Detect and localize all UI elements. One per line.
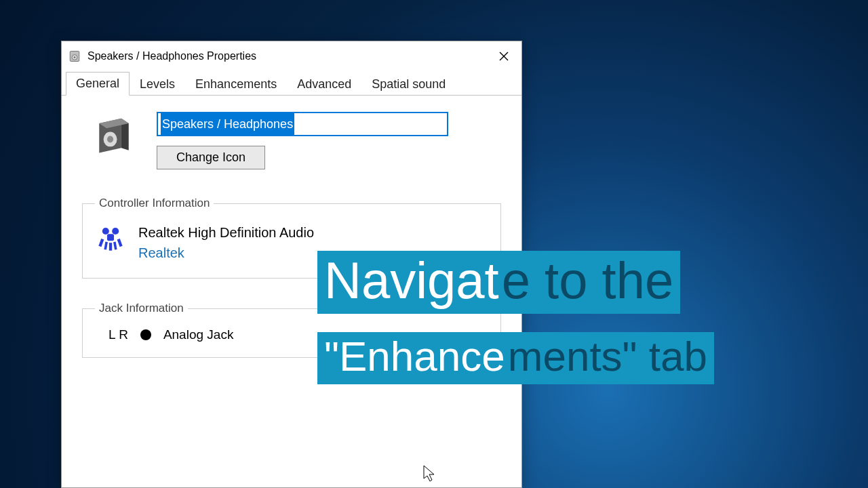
svg-rect-17 [109,243,112,251]
svg-rect-13 [98,239,104,247]
titlebar: Speakers / Headphones Properties [62,41,521,71]
realtek-icon [95,222,126,253]
svg-rect-15 [104,242,108,250]
jack-color-icon [140,329,151,340]
tab-advanced[interactable]: Advanced [287,73,361,96]
properties-dialog: Speakers / Headphones Properties General… [61,41,522,488]
instruction-line-1b: e to the [502,251,681,314]
svg-point-2 [74,56,76,58]
controller-info-legend: Controller Information [95,197,214,210]
tab-strip: General Levels Enhancements Advanced Spa… [62,71,521,96]
svg-marker-18 [424,466,434,481]
controller-vendor: Realtek [138,243,314,263]
window-title: Speakers / Headphones Properties [87,50,256,62]
cursor-icon [423,465,435,483]
jack-info-group: Jack Information L R Analog Jack [82,302,501,358]
svg-point-9 [107,136,113,142]
controller-name: Realtek High Definition Audio [138,222,314,243]
tab-general[interactable]: General [66,72,130,96]
svg-rect-12 [107,234,114,241]
speaker-icon [68,50,81,62]
device-large-icon [94,116,134,155]
jack-channels: L R [108,327,128,342]
tab-spatial-sound[interactable]: Spatial sound [361,73,456,96]
tab-levels[interactable]: Levels [130,73,185,96]
close-icon [499,52,509,61]
instruction-line-2b: ments" tab [508,332,714,384]
controller-info-group: Controller Information Realtek High Defi… [82,197,501,279]
device-name-value: Speakers / Headphones [161,113,294,135]
change-icon-button[interactable]: Change Icon [157,146,265,169]
tab-enhancements[interactable]: Enhancements [185,73,287,96]
close-button[interactable] [486,41,521,71]
svg-point-10 [102,228,109,235]
tab-page-general: Speakers / Headphones Change Icon Contro… [62,96,521,487]
jack-type: Analog Jack [163,327,234,342]
svg-rect-14 [117,239,123,247]
device-name-input[interactable]: Speakers / Headphones [157,112,448,136]
jack-info-legend: Jack Information [95,302,188,315]
svg-rect-16 [113,242,117,250]
svg-point-11 [112,228,119,235]
